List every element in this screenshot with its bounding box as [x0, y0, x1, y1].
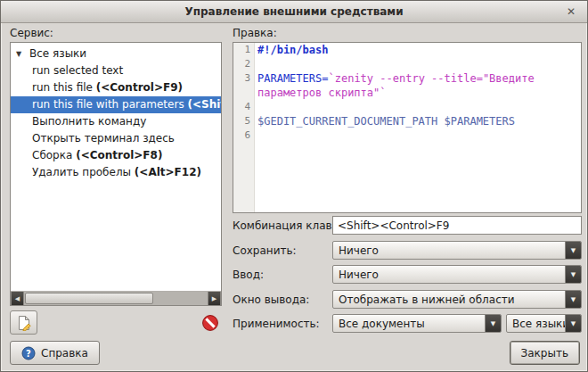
window-title: Управление внешними средствами [184, 5, 403, 18]
applicability-combobox[interactable]: Все документы ▼ [332, 314, 502, 333]
code-line: #!/bin/bash [255, 43, 581, 57]
help-icon: ? [21, 346, 36, 360]
save-label: Сохранить: [233, 244, 297, 257]
chevron-down-icon[interactable]: ▼ [565, 242, 581, 259]
tree-group-label: Все языки [29, 45, 86, 62]
close-button[interactable]: Закрыть [510, 341, 580, 365]
editor-line: 4 [233, 100, 581, 114]
line-number: 5 [233, 114, 255, 128]
line-number: 4 [233, 100, 255, 114]
scrollbar-track[interactable] [24, 292, 208, 305]
tools-tree: ▼ Все языки run selected text run this f… [10, 42, 222, 306]
expander-icon[interactable]: ▼ [16, 45, 25, 62]
shebang-token: #!/bin/bash [257, 44, 328, 56]
chevron-down-icon[interactable]: ▼ [565, 266, 581, 283]
tool-accel: (<Alt>F12) [135, 166, 201, 178]
tool-name: Открыть терминал здесь [32, 132, 175, 145]
line-number: 1 [233, 43, 255, 57]
new-document-icon [16, 315, 32, 331]
code-line: PARAMETERS=`zenity --entry --title="Введ… [255, 71, 581, 100]
tool-accel: (<Shift><Control>F9) [187, 98, 221, 111]
tool-accel: (<Control>F8) [76, 149, 162, 161]
tree-item-run-this-file[interactable]: run this file (<Control>F9) [11, 79, 221, 96]
input-label: Ввод: [233, 269, 264, 281]
output-combobox-value: Отображать в нижней области [333, 293, 565, 306]
editor-empty-area[interactable] [233, 143, 581, 212]
language-combobox-value: Все языки [507, 318, 565, 330]
code-line [255, 128, 581, 143]
tool-name: Удалить пробелы [32, 166, 135, 178]
input-combobox[interactable]: Ничего ▼ [332, 265, 582, 284]
line-number: 3 [233, 71, 255, 100]
applicability-label: Применимость: [233, 318, 320, 330]
close-button-label: Закрыть [521, 347, 568, 360]
help-button-label: Справка [41, 347, 88, 360]
titlebar[interactable]: Управление внешними средствами ✕ [1, 1, 587, 23]
tree-item-run-selected-text[interactable]: run selected text [11, 62, 221, 79]
editor-line: 5 $GEDIT_CURRENT_DOCUMENT_PATH $PARAMETE… [233, 114, 581, 128]
editor-line: 2 [233, 57, 581, 71]
editor-line: 3 PARAMETERS=`zenity --entry --title="Вв… [233, 71, 581, 100]
tree-item-remove-trailing-spaces[interactable]: Удалить пробелы (<Alt>F12) [11, 164, 221, 181]
output-combobox[interactable]: Отображать в нижней области ▼ [332, 290, 582, 309]
code-line: $GEDIT_CURRENT_DOCUMENT_PATH $PARAMETERS [255, 114, 581, 128]
input-combobox-value: Ничего [333, 269, 565, 281]
remove-prohibited-icon [201, 314, 219, 332]
tool-name: run this file [32, 81, 96, 94]
save-combobox-value: Ничего [333, 244, 565, 257]
editor-line: 1 #!/bin/bash [233, 43, 581, 57]
tool-name: run this file with parameters [32, 98, 187, 111]
tool-name: Сборка [32, 149, 76, 161]
edit-panel-label: Правка: [233, 27, 277, 39]
horizontal-scrollbar[interactable]: ◀ ▶ [11, 291, 221, 305]
save-combobox[interactable]: Ничего ▼ [332, 241, 582, 260]
line-number: 6 [233, 128, 255, 143]
applicability-combobox-value: Все документы [333, 318, 485, 330]
gutter-fill [233, 143, 255, 212]
tree-item-run-with-parameters[interactable]: run this file with parameters (<Shift><C… [11, 96, 221, 113]
assignment-token: PARAMETERS= [257, 72, 328, 85]
external-tools-dialog: Управление внешними средствами ✕ Сервис:… [0, 0, 588, 372]
tree-item-execute-command[interactable]: Выполнить команду [11, 113, 221, 130]
editor-line: 6 [233, 128, 581, 143]
language-combobox[interactable]: Все языки ▼ [506, 314, 582, 333]
remove-tool-button[interactable] [198, 310, 222, 335]
command-editor[interactable]: 1 #!/bin/bash 2 3 PARAMETERS=`zenity --e… [233, 42, 582, 213]
code-line [255, 57, 581, 71]
help-button[interactable]: ? Справка [10, 341, 100, 365]
chevron-down-icon[interactable]: ▼ [485, 315, 501, 332]
chevron-down-icon[interactable]: ▼ [565, 315, 581, 332]
tree-item-build[interactable]: Сборка (<Control>F8) [11, 147, 221, 164]
chevron-down-icon[interactable]: ▼ [565, 291, 581, 308]
tool-name: Выполнить команду [32, 115, 146, 128]
output-label: Окно вывода: [233, 293, 309, 306]
new-tool-button[interactable] [10, 310, 37, 335]
tree-group-all-languages[interactable]: ▼ Все языки [11, 45, 221, 62]
tools-list-label: Сервис: [10, 27, 53, 39]
line-number: 2 [233, 57, 255, 71]
scroll-right-button[interactable]: ▶ [208, 292, 221, 305]
scroll-left-button[interactable]: ◀ [11, 292, 24, 305]
variable-token: $GEDIT_CURRENT_DOCUMENT_PATH $PARAMETERS [257, 115, 515, 128]
tool-accel: (<Control>F9) [96, 81, 183, 94]
close-window-button[interactable]: ✕ [562, 4, 580, 19]
close-icon: ✕ [567, 5, 576, 18]
scrollbar-thumb[interactable] [25, 293, 153, 304]
shortcut-input[interactable] [332, 216, 582, 235]
tools-tree-body: ▼ Все языки run selected text run this f… [11, 43, 221, 291]
tool-name: run selected text [32, 64, 123, 77]
tree-item-open-terminal-here[interactable]: Открыть терминал здесь [11, 130, 221, 147]
svg-text:?: ? [26, 348, 31, 358]
code-line [255, 100, 581, 114]
